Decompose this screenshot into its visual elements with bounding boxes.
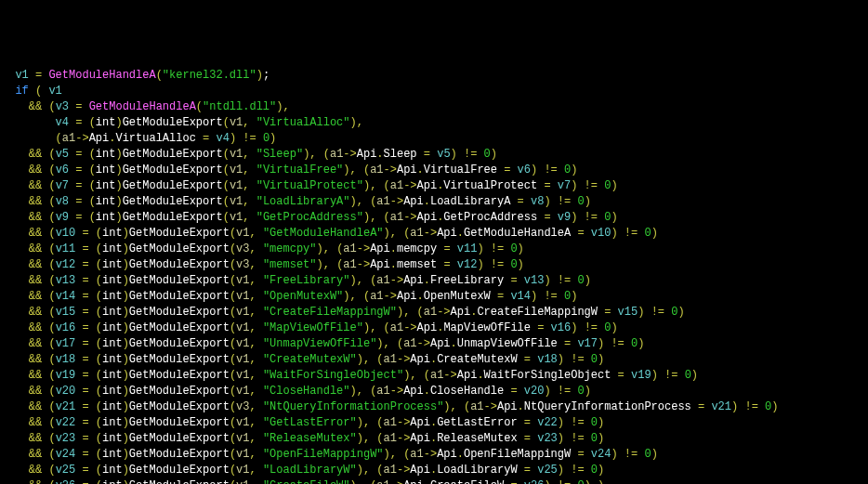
decompiled-code-block: v1 = GetModuleHandleA("kernel32.dll"); i… [2,68,866,484]
